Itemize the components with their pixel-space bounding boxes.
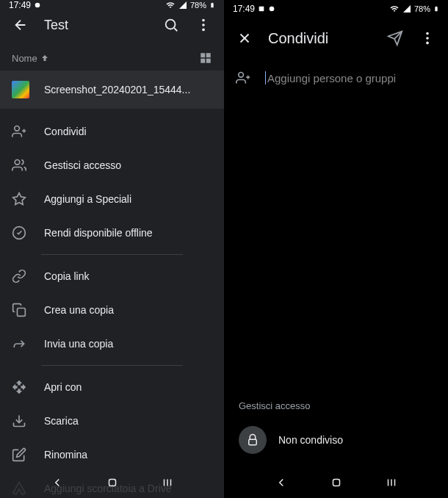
menu-label: Aggiungi a Speciali bbox=[44, 193, 131, 205]
share-body bbox=[224, 97, 448, 391]
copy-icon bbox=[12, 303, 26, 317]
sort-row: Nome bbox=[0, 40, 224, 71]
battery-icon bbox=[209, 0, 215, 10]
svg-point-2 bbox=[202, 19, 205, 22]
left-screen: 17:49 78% Test bbox=[0, 0, 224, 498]
svg-point-29 bbox=[426, 42, 429, 45]
add-people-input[interactable] bbox=[267, 72, 436, 84]
battery-icon bbox=[433, 4, 439, 14]
svg-rect-33 bbox=[249, 439, 257, 445]
right-screen: 17:49 78% Condividi Gest bbox=[224, 0, 448, 498]
more-button[interactable] bbox=[189, 10, 218, 40]
sort-button[interactable]: Nome bbox=[12, 53, 49, 64]
signal-icon bbox=[178, 1, 187, 10]
svg-point-22 bbox=[270, 7, 275, 12]
status-bar: 17:49 78% bbox=[0, 0, 224, 10]
svg-rect-17 bbox=[109, 480, 115, 486]
menu-share[interactable]: Condividi bbox=[0, 115, 224, 148]
offline-icon bbox=[12, 225, 26, 240]
text-cursor bbox=[265, 71, 266, 84]
menu-add-star[interactable]: Aggiungi a Speciali bbox=[0, 182, 224, 216]
svg-point-12 bbox=[15, 160, 20, 165]
menu-label: Scarica bbox=[44, 415, 79, 427]
search-button[interactable] bbox=[156, 10, 186, 40]
app-bar: Test bbox=[0, 10, 224, 40]
menu-send-copy[interactable]: Invia una copia bbox=[0, 327, 224, 361]
status-bar: 17:49 78% bbox=[224, 0, 448, 18]
menu-copy-link[interactable]: Copia link bbox=[0, 259, 224, 293]
svg-rect-7 bbox=[200, 59, 205, 63]
svg-rect-34 bbox=[333, 480, 339, 486]
context-menu: Condividi Gestisci accesso Aggiungi a Sp… bbox=[0, 109, 224, 498]
svg-rect-15 bbox=[18, 308, 26, 317]
sort-label-text: Nome bbox=[12, 53, 37, 64]
nav-recent[interactable] bbox=[383, 476, 400, 489]
arrow-up-icon bbox=[40, 54, 49, 62]
svg-point-1 bbox=[166, 20, 176, 29]
signal-icon bbox=[402, 4, 411, 13]
wifi-icon bbox=[389, 4, 400, 13]
person-add-icon bbox=[236, 71, 250, 85]
nav-bar bbox=[224, 467, 448, 498]
svg-point-0 bbox=[35, 3, 40, 8]
status-time: 17:49 bbox=[9, 0, 31, 10]
notification-icon bbox=[34, 1, 41, 9]
svg-point-30 bbox=[239, 73, 244, 78]
battery-text: 78% bbox=[190, 1, 206, 10]
menu-label: Rinomina bbox=[44, 449, 87, 461]
menu-label: Crea una copia bbox=[44, 304, 114, 316]
svg-point-3 bbox=[202, 24, 205, 26]
divider bbox=[41, 365, 183, 366]
file-thumbnail bbox=[12, 81, 29, 98]
nav-home[interactable] bbox=[328, 476, 345, 489]
nav-home[interactable] bbox=[104, 476, 121, 489]
battery-text: 78% bbox=[414, 4, 430, 13]
status-time: 17:49 bbox=[233, 4, 255, 14]
people-icon bbox=[12, 158, 26, 173]
view-toggle-button[interactable] bbox=[199, 51, 212, 65]
svg-marker-13 bbox=[13, 193, 26, 205]
svg-point-28 bbox=[426, 37, 429, 40]
nav-back[interactable] bbox=[48, 476, 66, 489]
nav-recent[interactable] bbox=[159, 476, 176, 489]
svg-rect-8 bbox=[206, 59, 211, 63]
menu-make-copy[interactable]: Crea una copia bbox=[0, 293, 224, 327]
more-button[interactable] bbox=[413, 24, 442, 53]
not-shared-label: Non condiviso bbox=[278, 434, 343, 446]
download-icon bbox=[12, 414, 26, 428]
manage-access-header: Gestisci accesso bbox=[224, 391, 448, 420]
lock-icon bbox=[239, 426, 267, 454]
app-bar: Condividi bbox=[224, 18, 448, 59]
menu-open-with[interactable]: Apri con bbox=[0, 370, 224, 404]
link-icon bbox=[12, 269, 26, 284]
menu-label: Condividi bbox=[44, 126, 87, 137]
page-title: Condividi bbox=[262, 30, 377, 47]
file-item[interactable]: Screenshot_20240201_15444... bbox=[0, 71, 224, 109]
divider bbox=[41, 254, 183, 255]
not-shared-row[interactable]: Non condiviso bbox=[224, 420, 448, 467]
notification-icon bbox=[258, 5, 265, 12]
menu-manage-access[interactable]: Gestisci accesso bbox=[0, 148, 224, 182]
nav-bar bbox=[0, 467, 224, 498]
menu-download[interactable]: Scarica bbox=[0, 404, 224, 438]
back-button[interactable] bbox=[6, 10, 35, 40]
svg-point-4 bbox=[202, 29, 205, 32]
svg-rect-6 bbox=[206, 53, 211, 57]
menu-label: Gestisci accesso bbox=[44, 159, 121, 171]
forward-icon bbox=[12, 336, 26, 351]
close-button[interactable] bbox=[230, 24, 259, 53]
menu-label: Rendi disponibile offline bbox=[44, 227, 153, 239]
menu-label: Copia link bbox=[44, 270, 89, 282]
menu-offline[interactable]: Rendi disponibile offline bbox=[0, 216, 224, 250]
person-add-icon bbox=[12, 124, 26, 139]
notification-icon bbox=[268, 5, 275, 12]
send-button[interactable] bbox=[380, 24, 410, 53]
page-title: Test bbox=[38, 18, 153, 33]
wifi-icon bbox=[165, 1, 176, 10]
nav-back[interactable] bbox=[272, 476, 290, 489]
svg-point-27 bbox=[426, 32, 429, 35]
add-people-row bbox=[224, 59, 448, 97]
svg-rect-21 bbox=[259, 7, 264, 12]
svg-rect-5 bbox=[200, 53, 205, 57]
menu-label: Apri con bbox=[44, 381, 82, 393]
